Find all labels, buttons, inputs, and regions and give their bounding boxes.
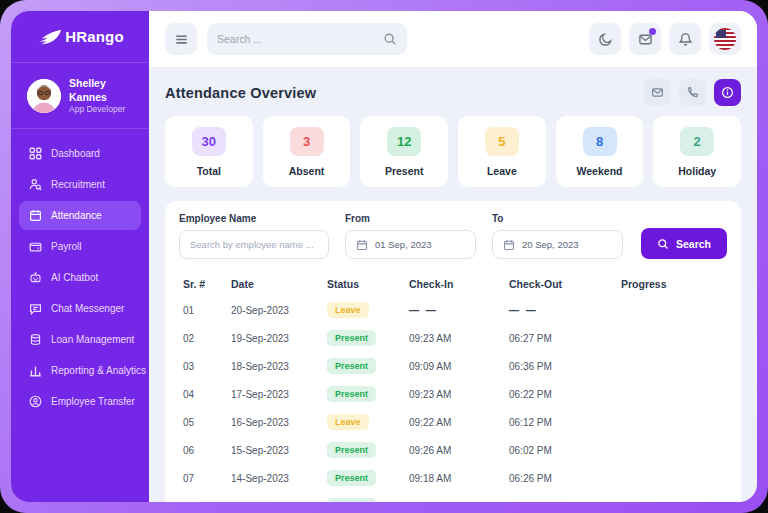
profile-role: App Developer <box>69 104 137 114</box>
date-cell: 18-Sep-2023 <box>231 361 327 372</box>
table-row[interactable]: 08 13-Sep-2023 Present 09:12 AM 06:32 PM <box>179 492 727 502</box>
table-row[interactable]: 02 19-Sep-2023 Present 09:23 AM 06:27 PM <box>179 324 727 352</box>
sidebar-item-label: Reporting & Analytics <box>51 365 146 376</box>
table-row[interactable]: 06 15-Sep-2023 Present 09:26 AM 06:02 PM <box>179 436 727 464</box>
stat-card-holiday[interactable]: 2 Holiday <box>653 116 741 187</box>
stat-value: 8 <box>583 127 617 156</box>
calendar-icon <box>503 239 515 251</box>
checkin-cell: 09:18 AM <box>409 473 509 484</box>
table-row[interactable]: 07 14-Sep-2023 Present 09:18 AM 06:26 PM <box>179 464 727 492</box>
checkout-cell: 06:27 PM <box>509 333 621 344</box>
topbar-actions <box>589 23 741 55</box>
sidebar-item-loan-management[interactable]: Loan Management <box>19 325 141 354</box>
sr-cell: 05 <box>183 417 231 428</box>
sidebar-item-label: Recruitment <box>51 179 105 190</box>
chat-bubble-icon <box>29 302 42 315</box>
sidebar-item-dashboard[interactable]: Dashboard <box>19 139 141 168</box>
date-cell: 17-Sep-2023 <box>231 389 327 400</box>
table-row[interactable]: 03 18-Sep-2023 Present 09:09 AM 06:36 PM <box>179 352 727 380</box>
checkout-cell: 06:32 PM <box>509 501 621 503</box>
table-header-row: Sr. # Date Status Check-In Check-Out Pro… <box>179 272 727 296</box>
stat-label: Present <box>385 165 424 177</box>
page-header-actions <box>644 79 741 106</box>
date-cell: 19-Sep-2023 <box>231 333 327 344</box>
stat-card-present[interactable]: 12 Present <box>360 116 448 187</box>
checkin-cell: 09:23 AM <box>409 333 509 344</box>
email-button[interactable] <box>644 79 671 106</box>
sidebar-item-label: Dashboard <box>51 148 100 159</box>
sidebar-item-employee-transfer[interactable]: Employee Transfer <box>19 387 141 416</box>
dark-mode-button[interactable] <box>589 23 621 55</box>
stat-card-total[interactable]: 30 Total <box>165 116 253 187</box>
phone-icon <box>686 86 699 99</box>
table-row[interactable]: 01 20-Sep-2023 Leave — — — — <box>179 296 727 324</box>
sidebar-item-recruitment[interactable]: Recruitment <box>19 170 141 199</box>
sr-cell: 02 <box>183 333 231 344</box>
from-date-value: 01 Sep, 2023 <box>375 239 432 250</box>
global-search[interactable] <box>207 23 407 55</box>
call-button[interactable] <box>679 79 706 106</box>
topbar <box>149 11 757 67</box>
hamburger-icon <box>174 32 189 47</box>
stat-card-weekend[interactable]: 8 Weekend <box>556 116 644 187</box>
sidebar-item-payroll[interactable]: Payroll <box>19 232 141 261</box>
from-date-input[interactable]: 01 Sep, 2023 <box>345 230 476 259</box>
stat-label: Holiday <box>678 165 716 177</box>
device-frame: HRango Shelley Kannes A <box>0 0 768 513</box>
stat-card-absent[interactable]: 3 Absent <box>263 116 351 187</box>
from-date-field: From 01 Sep, 2023 <box>345 213 476 259</box>
hamburger-menu-button[interactable] <box>165 23 197 55</box>
col-header-sr: Sr. # <box>183 278 231 290</box>
stat-label: Total <box>197 165 221 177</box>
sr-cell: 03 <box>183 361 231 372</box>
to-date-input[interactable]: 20 Sep, 2023 <box>492 230 623 259</box>
us-flag-icon <box>714 28 736 50</box>
sidebar-item-attendance[interactable]: Attendance <box>19 201 141 230</box>
content: Attendance Overview 30 Total <box>149 67 757 502</box>
col-header-status: Status <box>327 278 409 290</box>
employee-name-input[interactable] <box>179 230 329 259</box>
payroll-wallet-icon <box>29 240 42 253</box>
status-badge: Present <box>327 442 376 458</box>
stat-value: 12 <box>387 127 421 156</box>
date-cell: 20-Sep-2023 <box>231 305 327 316</box>
user-profile[interactable]: Shelley Kannes App Developer <box>11 63 149 129</box>
filter-search-button[interactable]: Search <box>641 228 727 259</box>
stat-value: 2 <box>680 127 714 156</box>
search-icon <box>657 238 669 250</box>
search-input[interactable] <box>217 33 377 45</box>
language-flag-button[interactable] <box>709 23 741 55</box>
status-badge: Present <box>327 498 376 502</box>
checkin-cell: 09:09 AM <box>409 361 509 372</box>
to-date-field: To 20 Sep, 2023 <box>492 213 623 259</box>
table-row[interactable]: 05 16-Sep-2023 Leave 09:22 AM 06:12 PM <box>179 408 727 436</box>
sidebar-item-label: Employee Transfer <box>51 396 135 407</box>
sidebar-item-label: AI Chatbot <box>51 272 98 283</box>
table-row[interactable]: 04 17-Sep-2023 Present 09:23 AM 06:22 PM <box>179 380 727 408</box>
wing-logo-icon <box>36 28 62 46</box>
sr-cell: 08 <box>183 501 231 503</box>
sidebar-item-label: Payroll <box>51 241 82 252</box>
app-window: HRango Shelley Kannes A <box>11 11 757 502</box>
info-button[interactable] <box>714 79 741 106</box>
sidebar-nav: Dashboard Recruitment Attendance Payroll… <box>11 129 149 426</box>
sidebar-item-chat-messenger[interactable]: Chat Messenger <box>19 294 141 323</box>
calendar-icon <box>356 239 368 251</box>
loan-coins-icon <box>29 333 42 346</box>
moon-icon <box>598 32 613 47</box>
stat-card-leave[interactable]: 5 Leave <box>458 116 546 187</box>
bar-chart-icon <box>29 364 42 377</box>
sidebar: HRango Shelley Kannes A <box>11 11 149 502</box>
date-cell: 14-Sep-2023 <box>231 473 327 484</box>
stat-label: Absent <box>289 165 325 177</box>
stat-cards: 30 Total 3 Absent 12 Present 5 Leave 8 <box>165 116 741 187</box>
checkin-cell: 09:22 AM <box>409 417 509 428</box>
sidebar-item-reporting-analytics[interactable]: Reporting & Analytics <box>19 356 141 385</box>
col-header-date: Date <box>231 278 327 290</box>
sidebar-item-ai-chatbot[interactable]: AI Chatbot <box>19 263 141 292</box>
messages-button[interactable] <box>629 23 661 55</box>
stat-value: 5 <box>485 127 519 156</box>
sidebar-item-label: Loan Management <box>51 334 134 345</box>
notifications-button[interactable] <box>669 23 701 55</box>
info-icon <box>721 86 734 99</box>
